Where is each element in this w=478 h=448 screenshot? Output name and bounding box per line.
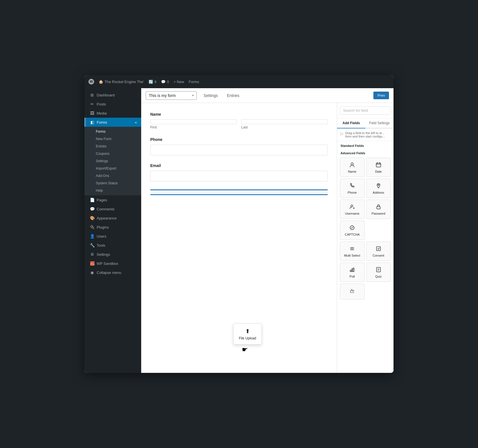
comments-icon: 💬 (161, 80, 166, 84)
field-consent-icon (375, 245, 382, 252)
tab-add-fields[interactable]: Add Fields (337, 118, 365, 128)
field-card-date[interactable]: Date (366, 158, 391, 177)
sidebar-item-settings[interactable]: ⚙ Settings (84, 250, 141, 259)
sidebar-item-tools[interactable]: 🔧 Tools (84, 241, 141, 250)
field-quiz-icon (375, 266, 382, 273)
sidebar-collapse[interactable]: ◉ Collapse menu (84, 268, 141, 277)
field-card-quiz-label: Quiz (375, 275, 382, 278)
submenu-forms[interactable]: Forms (84, 128, 141, 135)
admin-bar-comments[interactable]: 💬 0 (161, 80, 169, 84)
admin-bar-new[interactable]: + New (174, 80, 184, 84)
standard-fields-title: Standard Fields (337, 141, 394, 149)
first-name-col: First (150, 119, 237, 129)
field-card-password-label: Password (372, 212, 385, 215)
name-field-label: Name (150, 112, 328, 117)
form-selector[interactable]: This is my form ▾ (146, 91, 197, 100)
sidebar-collapse-label: Collapse menu (97, 271, 121, 275)
field-card-quiz[interactable]: Quiz (366, 263, 391, 282)
field-search-input[interactable] (340, 106, 391, 115)
form-canvas: Name First Last (141, 103, 337, 373)
collapse-icon: ◉ (90, 270, 94, 275)
sidebar-item-media[interactable]: 🖼 Media (84, 109, 141, 118)
field-card-consent-label: Consent (373, 254, 384, 257)
preview-button[interactable]: Prev (373, 92, 389, 99)
submenu-coupons[interactable]: Coupons (84, 150, 141, 157)
last-name-col: Last (241, 119, 328, 129)
field-tabs: Add Fields Field Settings (337, 118, 394, 128)
submenu-entries[interactable]: Entries (84, 143, 141, 150)
sidebar-item-comments[interactable]: 💬 Comments (84, 204, 141, 214)
sidebar-label-appearance: Appearance (97, 216, 117, 220)
svg-rect-8 (353, 268, 354, 272)
sidebar-item-pages[interactable]: 📄 Pages (84, 195, 141, 204)
field-card-poll[interactable]: Poll (340, 263, 365, 282)
email-field-group: Email (150, 163, 328, 181)
submenu-new-form[interactable]: New Form (84, 135, 141, 143)
field-multi-select-icon (349, 245, 356, 252)
field-card-username-label: Username (345, 212, 359, 215)
field-card-captcha[interactable]: CAPTCHA (340, 221, 365, 240)
field-card-username[interactable]: Username (340, 200, 365, 219)
submenu-settings[interactable]: Settings (84, 157, 141, 165)
tab-field-settings[interactable]: Field Settings (365, 118, 394, 128)
admin-bar-updates[interactable]: 🔄 6 (149, 80, 156, 84)
sidebar-item-plugins[interactable]: 🔌 Plugins (84, 223, 141, 232)
site-name: The Rocket Engine The' (105, 80, 144, 84)
submenu-system-status[interactable]: System Status (84, 179, 141, 187)
forms-submenu: Forms New Form Entries Coupons Settings … (84, 127, 141, 195)
admin-bar-forms[interactable]: Forms (189, 80, 199, 84)
sidebar-label-tools: Tools (97, 243, 105, 248)
comments-count: 0 (167, 80, 169, 84)
field-card-address[interactable]: Address (366, 179, 391, 198)
drop-zone (150, 189, 328, 195)
phone-field-label: Phone (150, 137, 328, 142)
submenu-help[interactable]: Help (84, 187, 141, 194)
field-card-phone[interactable]: Phone (340, 179, 365, 198)
chevron-down-icon: ▾ (192, 94, 194, 97)
sidebar-item-forms[interactable]: ◧ Forms ◀ (84, 118, 141, 127)
sidebar-item-users[interactable]: 👤 Users (84, 232, 141, 241)
updates-icon: 🔄 (149, 80, 153, 84)
settings-icon: ⚙ (90, 252, 94, 257)
svg-rect-6 (350, 270, 351, 272)
field-name-icon (349, 161, 356, 168)
comments-sidebar-icon: 💬 (90, 207, 94, 211)
field-panel: Add Fields Field Settings ▷ Drag a field… (337, 103, 394, 373)
field-poll-icon (349, 266, 356, 273)
sidebar-label-media: Media (97, 111, 107, 115)
first-name-input[interactable] (150, 119, 237, 124)
sidebar-item-appearance[interactable]: 🎨 Appearance (84, 214, 141, 223)
sidebar-item-dashboard[interactable]: ⊞ Dashboard (84, 90, 141, 100)
tab-entries[interactable]: Entries (225, 92, 242, 100)
sidebar-label-plugins: Plugins (97, 225, 109, 229)
tab-settings[interactable]: Settings (201, 92, 220, 100)
field-card-captcha-label: CAPTCHA (345, 233, 360, 236)
email-input[interactable] (150, 171, 328, 181)
home-icon: 🏠 (99, 80, 103, 84)
media-icon: 🖼 (90, 111, 94, 115)
submenu-addons[interactable]: Add-Ons (84, 172, 141, 179)
forms-bar-label: Forms (189, 80, 199, 84)
phone-input[interactable] (150, 145, 328, 155)
sidebar-item-wp-sandbox[interactable]: 🧱 WP Sandbox (84, 259, 141, 268)
field-card-poll-label: Poll (350, 275, 355, 278)
admin-bar-site[interactable]: 🏠 The Rocket Engine The' (99, 80, 144, 84)
submenu-import-export[interactable]: Import/Export (84, 165, 141, 172)
form-selector-label: This is my form (149, 93, 190, 98)
drag-cursor-icon: ▷ (340, 131, 344, 136)
last-name-input[interactable] (241, 119, 328, 124)
wp-icon[interactable]: W (88, 79, 94, 84)
field-card-multi-select[interactable]: Multi Select (340, 242, 365, 261)
field-captcha-icon (349, 224, 356, 231)
sidebar-label-forms: Forms (97, 120, 107, 124)
field-card-password[interactable]: Password (366, 200, 391, 219)
tools-icon: 🔧 (90, 243, 94, 248)
field-card-signature[interactable] (340, 284, 365, 299)
appearance-icon: 🎨 (90, 216, 94, 220)
sidebar-item-posts[interactable]: ✏ Posts (84, 100, 141, 109)
field-card-address-label: Address (373, 191, 384, 194)
field-card-name[interactable]: Name (340, 158, 365, 177)
users-icon: 👤 (90, 234, 94, 238)
file-upload-tooltip[interactable]: ⬆ File Upload (233, 324, 262, 345)
field-card-consent[interactable]: Consent (366, 242, 391, 261)
